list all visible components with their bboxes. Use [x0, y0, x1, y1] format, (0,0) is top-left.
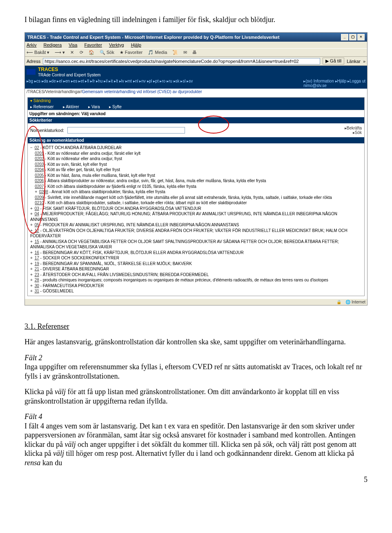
section-title: Uppgifter om sändningen: Välj varukod — [28, 110, 364, 117]
tree-line[interactable]: + 12 - OLJEVÄXTFRÖN OCH OLJEHALTIGA FRUK… — [30, 228, 362, 239]
menu-favoriter[interactable]: Favoriter — [84, 42, 102, 47]
btn-search[interactable]: Sök — [107, 50, 114, 55]
address-input[interactable] — [43, 58, 320, 65]
menu-redigera[interactable]: Redigera — [44, 42, 62, 47]
tree-line[interactable]: 0201 - Kött av nötkreatur eller andra ox… — [30, 151, 362, 156]
status-bar: 🔒 🌐 Internet — [25, 299, 367, 305]
tree-line[interactable]: + 23 - ÅTERSTODER OCH AVFALL FRÅN LIVSME… — [30, 272, 362, 278]
result-tree[interactable]: − 02 - KÖTT OCH ANDRA ÄTBARA DJURDELAR 0… — [28, 143, 364, 296]
confirm-button[interactable]: ▸Bekräfta — [345, 126, 362, 130]
menu-visa[interactable]: Visa — [69, 42, 77, 47]
tree-line[interactable]: + 0208 - Annat kött och ätbara slaktbipr… — [30, 189, 362, 195]
tab-sandning[interactable]: ▾ Sändning — [28, 98, 364, 104]
paragraph: Fält 2 Inga uppgifter om referensnummer … — [24, 353, 368, 381]
tree-line[interactable]: + 21 - DIVERSE ÄTBARA BEREDNINGAR — [30, 266, 362, 272]
menu-verktyg[interactable]: Verktyg — [109, 42, 124, 47]
paragraph: Här anges lastansvarig, gränskontrollsta… — [24, 337, 368, 347]
traces-brand: TRACES — [38, 67, 58, 72]
maximize-icon[interactable]: ▢ — [349, 34, 356, 40]
tab-aktorer[interactable]: ▸ Aktörer — [63, 105, 79, 109]
eu-flag-icon — [27, 69, 36, 75]
address-label: Adress — [27, 59, 40, 64]
search-title: Sökkriterier — [28, 117, 364, 123]
language-links[interactable]: ▸bg ▸cs ▸da ▸de ▸el ▸en ▸es ▸et ▸fi ▸fr … — [27, 79, 193, 88]
result-title: Sökning av nomenklaturkod — [28, 137, 364, 143]
tab-vara[interactable]: ▸ Vara — [88, 105, 100, 109]
go-button[interactable]: ▶ Gå till — [323, 58, 344, 65]
user-email: nimo@slv.se — [303, 83, 327, 88]
search-button[interactable]: ▸Sök — [345, 130, 362, 135]
tree-line[interactable]: 0210 - Kött och ätbara slaktbiprodukter,… — [30, 200, 362, 206]
tree-line[interactable]: + 15 - ANIMALISKA OCH VEGETABILISKA FETT… — [30, 239, 362, 250]
intro-text: I bilagan finns en vägledning till indel… — [24, 16, 368, 24]
tree-line[interactable]: + 31 - GÖDSELMEDEL — [30, 288, 362, 294]
minimize-icon[interactable]: _ — [341, 34, 348, 40]
menu-bar[interactable]: Arkiv Redigera Visa Favoriter Verktyg Hj… — [25, 42, 367, 48]
status-zone: Internet — [352, 300, 365, 304]
tree-line[interactable]: + 30 - FARMACEUTISKA PRODUKTER — [30, 283, 362, 289]
btn-back[interactable]: Bakåt — [34, 50, 46, 55]
breadcrumb: /TRACES/Veterinärhandlingar/Gemensam vet… — [25, 89, 367, 95]
nomenclature-input[interactable] — [67, 127, 185, 134]
tree-line[interactable]: + 05 - PRODUKTER AV ANIMALISKT URSPRUNG,… — [30, 222, 362, 228]
header-right-links[interactable]: ▸(sv) Information ▸Hjälp ▸Logga ut — [303, 79, 365, 83]
tree-line[interactable]: 0202 - Kött av nötkreatur eller andra ox… — [30, 156, 362, 162]
tree-line[interactable]: 0206 - Ätbara slaktbiprodukter av nötkre… — [30, 178, 362, 184]
btn-media[interactable]: Media — [155, 50, 167, 55]
tree-line[interactable]: + 17 - SOCKER OCH SOCKERKONFEKTYRER — [30, 255, 362, 261]
tree-line[interactable]: 0209 - Svinfett, inte innehållande mager… — [30, 195, 362, 201]
tree-line[interactable]: 0203 - Kött av svin, färskt, kylt eller … — [30, 162, 362, 167]
tree-line[interactable]: + 28 - produits chimiques inorganiques; … — [30, 277, 362, 283]
address-bar[interactable]: Adress ▶ Gå till Länkar » — [25, 57, 367, 66]
window-title: TRACES - Trade Control and Expert System… — [27, 35, 279, 40]
menu-hjalp[interactable]: Hjälp — [131, 42, 141, 47]
toolbar[interactable]: ⟵ Bakåt ▾ ⟶ ▾ ✕ ⟳ 🏠 🔍 Sök ★ Favoriter 🎵 … — [25, 48, 367, 57]
page-number: 5 — [0, 475, 368, 484]
tree-line[interactable]: − 02 - KÖTT OCH ANDRA ÄTBARA DJURDELAR — [30, 145, 362, 151]
tab-syfte[interactable]: ▸ Syfte — [109, 105, 122, 109]
browser-window: TRACES - Trade Control and Expert System… — [24, 32, 368, 306]
tab-referenser[interactable]: ▸ Referenser — [30, 105, 53, 109]
search-label: Nomenklaturkod: — [30, 128, 64, 133]
menu-arkiv[interactable]: Arkiv — [27, 42, 36, 47]
section-heading: 3.1. Referenser — [24, 322, 368, 331]
traces-brand-sub: TRAde Control and Expert System — [38, 73, 100, 77]
tree-line[interactable]: + 04 - MEJERIPRODUKTER; FÅGELÄGG; NATURL… — [30, 211, 362, 222]
tree-line[interactable]: + 19 - BEREDNINGAR AV SPANNMÅL, MJÖL, ST… — [30, 261, 362, 267]
window-controls[interactable]: _▢× — [340, 34, 365, 40]
tree-line[interactable]: + 16 - BEREDNINGAR AV KÖTT, FISK, KRÄFTD… — [30, 250, 362, 256]
links-label[interactable]: Länkar — [347, 59, 361, 64]
paragraph: Klicka på välj för att få upp listan med… — [24, 387, 368, 406]
tree-line[interactable]: 0204 - Kött av får eller get, färskt, ky… — [30, 167, 362, 173]
lock-icon: 🔒 — [336, 300, 341, 304]
btn-fav[interactable]: Favoriter — [125, 50, 143, 55]
tree-line[interactable]: 0205 - Kött av häst, åsna, mula eller mu… — [30, 173, 362, 178]
close-icon[interactable]: × — [357, 34, 365, 40]
breadcrumb-link[interactable]: Gemensam veterinärhandling vid införsel … — [82, 89, 202, 94]
paragraph: Fält 4 I fält 4 anges vem som är lastans… — [24, 412, 368, 467]
tree-line[interactable]: 0207 - Kött och ätbara slaktbiprodukter … — [30, 184, 362, 190]
tree-line[interactable]: + 03 - FISK SAMT KRÄFTDJUR, BLÖTDJUR OCH… — [30, 206, 362, 212]
